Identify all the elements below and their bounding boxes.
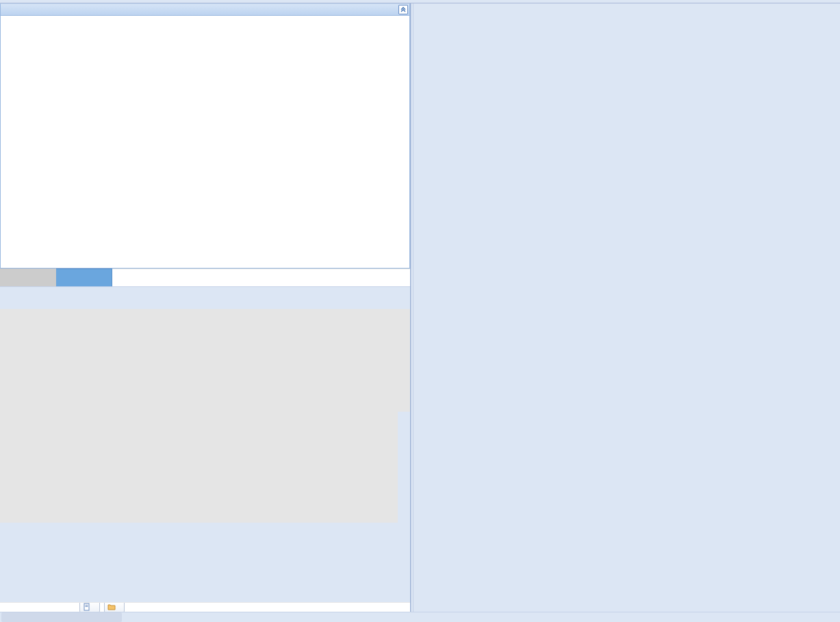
lower-panel [0, 286, 410, 602]
tab-strip-filler [112, 269, 410, 286]
main-area [0, 3, 840, 612]
collapse-panel-button[interactable] [398, 5, 408, 14]
upper-panel-header [0, 3, 410, 16]
tab-strip [0, 269, 410, 286]
chevron-double-up-icon [400, 6, 407, 13]
folder-icon [107, 603, 116, 611]
action-button-2[interactable] [104, 602, 125, 612]
upper-panel [0, 3, 410, 269]
lower-body-cutout [398, 412, 410, 523]
tab-2[interactable] [56, 269, 112, 286]
lower-panel-content [0, 287, 410, 602]
svg-rect-1 [86, 605, 88, 606]
button-row [0, 602, 410, 612]
tab-1[interactable] [0, 269, 56, 286]
lower-panel-scroll[interactable] [0, 287, 410, 602]
right-pane [413, 3, 840, 612]
upper-panel-content [0, 16, 410, 269]
app-frame [0, 0, 840, 622]
statusbar [0, 612, 840, 622]
document-icon [83, 603, 91, 611]
lower-footer-band [0, 523, 410, 602]
svg-rect-2 [86, 606, 88, 607]
status-segment [1, 612, 122, 622]
action-button-1[interactable] [79, 602, 100, 612]
lower-header-band [0, 287, 410, 309]
lower-body-band [0, 309, 410, 523]
left-pane [0, 3, 411, 612]
